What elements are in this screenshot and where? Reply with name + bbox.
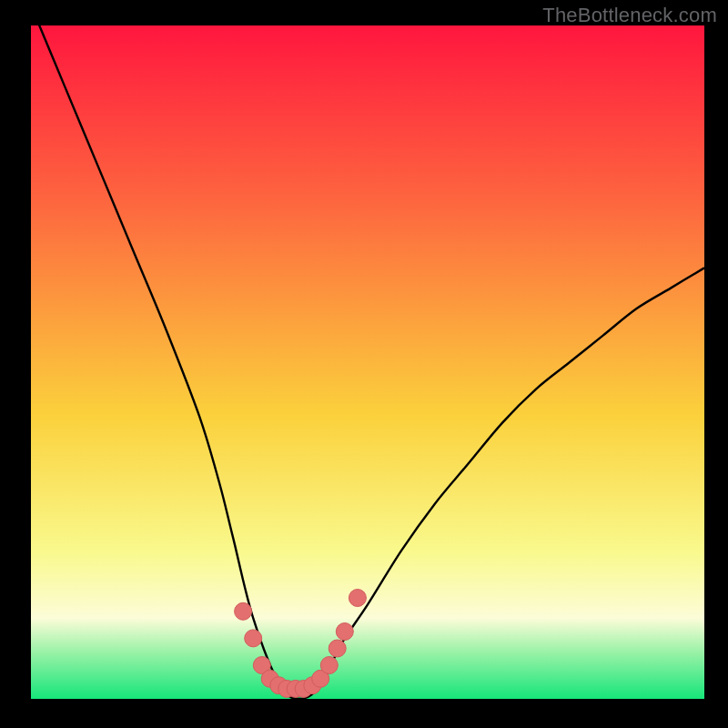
valley-marker bbox=[336, 623, 353, 641]
valley-marker bbox=[245, 630, 262, 647]
valley-marker bbox=[349, 590, 366, 607]
plot-background bbox=[31, 25, 704, 699]
valley-marker bbox=[329, 640, 346, 657]
chart-stage: TheBottleneck.com bbox=[0, 0, 728, 728]
chart-svg bbox=[0, 0, 728, 728]
watermark-text: TheBottleneck.com bbox=[542, 4, 717, 27]
valley-marker bbox=[235, 602, 252, 620]
valley-marker bbox=[320, 657, 338, 674]
